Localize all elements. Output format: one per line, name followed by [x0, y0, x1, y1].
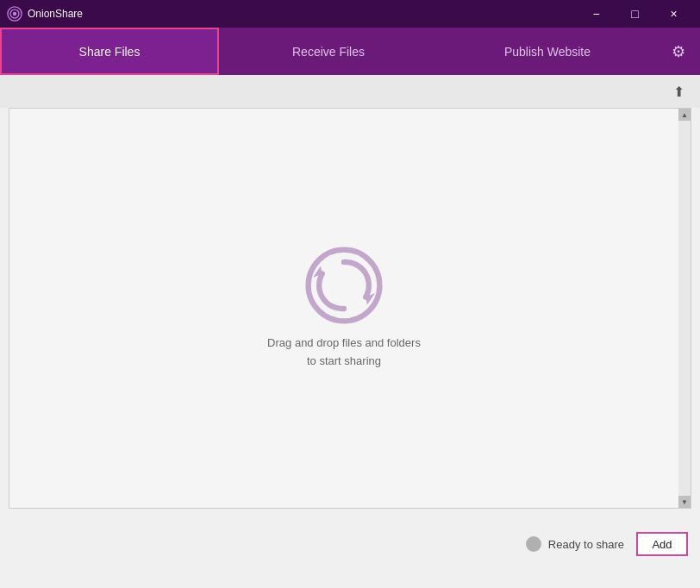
close-button[interactable]: ×	[654, 1, 693, 27]
title-bar-left: OnionShare	[7, 6, 83, 22]
upload-button[interactable]: ⬆	[666, 80, 691, 103]
app-title: OnionShare	[28, 8, 83, 20]
share-icon	[305, 247, 383, 324]
nav-tabs: Share Files Receive Files Publish Websit…	[0, 28, 700, 75]
settings-button[interactable]: ⚙	[657, 28, 700, 75]
tab-share-files[interactable]: Share Files	[0, 28, 219, 75]
tab-publish-website[interactable]: Publish Website	[438, 28, 657, 75]
upload-icon: ⬆	[673, 84, 684, 100]
toolbar: ⬆	[0, 75, 700, 108]
bottom-bar: Ready to share Add	[0, 509, 700, 579]
file-list-area[interactable]: Drag and drop files and folders to start…	[9, 108, 691, 509]
status-area: Ready to share	[526, 536, 624, 552]
app-icon	[7, 6, 22, 22]
status-indicator	[526, 536, 541, 552]
status-label: Ready to share	[548, 538, 624, 551]
svg-point-2	[13, 12, 17, 16]
title-bar: OnionShare − □ ×	[0, 0, 700, 28]
minimize-button[interactable]: −	[577, 1, 616, 27]
title-bar-controls: − □ ×	[577, 1, 693, 27]
scroll-down-arrow[interactable]: ▼	[678, 496, 691, 508]
add-button[interactable]: Add	[636, 532, 688, 556]
scrollbar-track	[678, 121, 691, 496]
scroll-up-arrow[interactable]: ▲	[678, 109, 691, 121]
scrollbar[interactable]: ▲ ▼	[678, 109, 691, 508]
tab-receive-files[interactable]: Receive Files	[219, 28, 438, 75]
drop-zone-text: Drag and drop files and folders to start…	[267, 335, 421, 371]
drop-zone: Drag and drop files and folders to start…	[9, 109, 678, 508]
maximize-button[interactable]: □	[616, 1, 654, 27]
gear-icon: ⚙	[672, 42, 685, 61]
